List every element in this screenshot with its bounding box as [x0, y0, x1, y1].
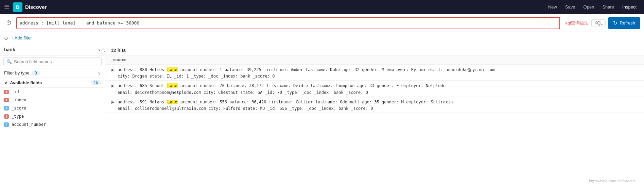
- kql-hint: kql查询语法: [565, 20, 589, 26]
- app-icon: D: [13, 2, 22, 12]
- filter-type-label: Filter by type: [4, 70, 29, 75]
- refresh-label: Refresh: [620, 20, 635, 26]
- app-title: Discover: [25, 4, 545, 10]
- open-button[interactable]: Open: [580, 3, 598, 11]
- top-nav: ☰ D Discover New Save Open Share Inspect: [0, 0, 644, 14]
- sidebar: ◀ bank ∨ 🔍 Filter by type 0 ∨ ∨ Availa: [0, 44, 105, 185]
- time-picker-icon[interactable]: ⏱: [4, 18, 14, 28]
- main-layout: ◀ bank ∨ 🔍 Filter by type 0 ∨ ∨ Availa: [0, 44, 644, 185]
- available-fields-header: ∨ Available fields 15: [0, 78, 105, 88]
- result-line: address: 685 School Lane account_number:…: [118, 83, 446, 89]
- result-line: address: 591 Nolans Lane account_number:…: [118, 99, 453, 105]
- table-row: ▶ address: 880 Holmes Lane account_numbe…: [105, 65, 644, 81]
- field-type-badge-t: t: [4, 90, 9, 94]
- field-item-score[interactable]: # _score: [0, 104, 105, 112]
- refresh-button[interactable]: ↻ Refresh: [608, 17, 640, 29]
- filter-type-row[interactable]: Filter by type 0 ∨: [0, 68, 105, 78]
- source-header: _source: [105, 55, 644, 65]
- result-line: city: Brogan state: IL _id: 1 _type: _do…: [118, 73, 494, 80]
- hits-header: 12 hits: [105, 44, 644, 55]
- field-list: t _id t _index # _score t _type # accoun…: [0, 88, 105, 185]
- hamburger-icon[interactable]: ☰: [4, 3, 10, 11]
- expand-row-button[interactable]: ▶: [111, 67, 115, 73]
- index-chevron-icon: ∨: [98, 47, 101, 52]
- refresh-icon: ↻: [613, 20, 617, 26]
- query-input[interactable]: [20, 20, 557, 26]
- chevron-down-icon: ∨: [4, 80, 7, 85]
- search-fields-container: 🔍: [3, 57, 102, 66]
- table-row: ▶ address: 591 Nolans Lane account_numbe…: [105, 97, 644, 113]
- add-filter-button[interactable]: + Add filter: [11, 35, 32, 40]
- table-row: ▶ address: 685 School Lane account_numbe…: [105, 81, 644, 97]
- search-icon: 🔍: [6, 59, 12, 64]
- new-button[interactable]: New: [545, 3, 560, 11]
- filter-icon: ⊙: [4, 35, 8, 41]
- index-name: bank: [4, 47, 15, 52]
- field-item-id[interactable]: t _id: [0, 88, 105, 96]
- query-input-wrapper: [16, 17, 560, 29]
- field-type-badge-hash: #: [4, 122, 9, 127]
- field-name: _score: [12, 106, 26, 111]
- kql-toggle[interactable]: KQL: [591, 19, 606, 27]
- filter-type-chevron-icon: ∨: [98, 71, 101, 75]
- field-name: account_number: [12, 122, 46, 127]
- field-item-index[interactable]: t _index: [0, 96, 105, 104]
- highlight-lane: Lane: [167, 67, 178, 72]
- field-type-badge-t: t: [4, 98, 9, 102]
- filter-bar: ⊙ + Add filter: [0, 32, 644, 44]
- inspect-button[interactable]: Inspect: [619, 3, 640, 11]
- field-item-account-number[interactable]: # account_number: [0, 120, 105, 129]
- field-name: _index: [12, 98, 26, 102]
- field-item-type[interactable]: t _type: [0, 112, 105, 120]
- result-line: email: deidrethompson@netplode.com city:…: [118, 89, 446, 96]
- highlight-lane: Lane: [167, 100, 178, 104]
- save-button[interactable]: Save: [562, 3, 579, 11]
- expand-row-button[interactable]: ▶: [111, 99, 115, 105]
- highlight-lane: Lane: [167, 83, 178, 88]
- result-line: email: collierodonnell@sultraxin.com cit…: [118, 105, 453, 112]
- share-button[interactable]: Share: [599, 3, 617, 11]
- available-fields-title: ∨ Available fields: [4, 80, 42, 85]
- search-fields-wrapper: 🔍: [0, 55, 105, 68]
- field-name: _type: [12, 114, 24, 119]
- field-type-badge-hash: #: [4, 106, 9, 111]
- field-name: _id: [12, 89, 19, 94]
- search-fields-input[interactable]: [14, 59, 99, 64]
- result-line: address: 880 Holmes Lane account_number:…: [118, 67, 494, 73]
- query-bar: ⏱ kql查询语法 KQL ↻ Refresh: [0, 14, 644, 32]
- field-type-badge-t: t: [4, 114, 9, 119]
- expand-row-button[interactable]: ▶: [111, 83, 115, 89]
- filter-type-badge: 0: [32, 70, 40, 76]
- content-area: 12 hits _source ▶ address: 880 Holmes La…: [105, 44, 644, 185]
- available-fields-count: 15: [91, 80, 101, 85]
- nav-actions: New Save Open Share Inspect: [545, 3, 640, 11]
- index-selector[interactable]: bank ∨: [0, 44, 105, 55]
